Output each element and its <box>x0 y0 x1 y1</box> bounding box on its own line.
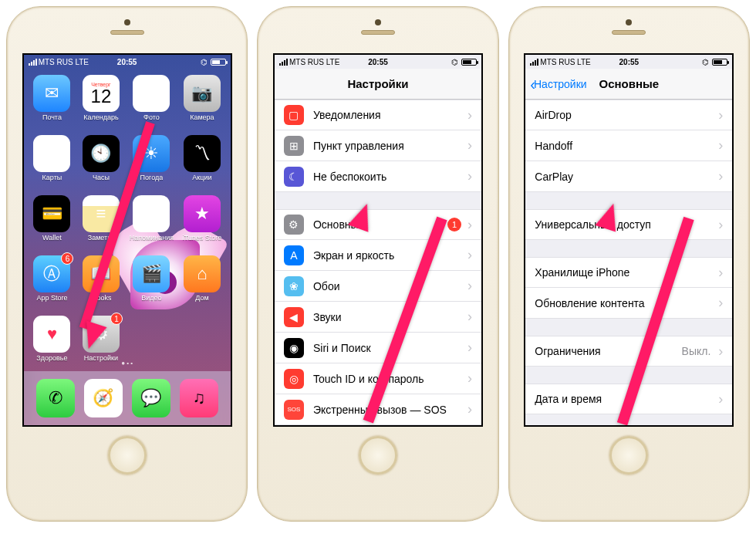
clock-icon: 🕙 <box>83 135 120 172</box>
appstore-icon: Ⓐ6 <box>33 255 70 292</box>
app-погода[interactable]: ☀Погода <box>130 135 174 192</box>
row-label: Не беспокоить <box>313 171 464 183</box>
wallet-icon: 💳 <box>33 195 70 232</box>
sos-icon: SOS <box>284 400 304 420</box>
chevron-right-icon: › <box>467 168 472 184</box>
row-label: Siri и Поиск <box>313 342 464 354</box>
row-label: Экран и яркость <box>313 249 464 262</box>
row-label: Хранилище iPhone <box>535 266 715 279</box>
app-label: Почта <box>42 113 62 121</box>
row-экстренный-вызов-sos[interactable]: SOSЭкстренный вызов — SOS› <box>275 394 481 425</box>
app-label: iBooks <box>90 294 111 302</box>
safari-icon[interactable]: 🧭 <box>84 379 123 417</box>
app-карты[interactable]: ⌖Карты <box>32 135 73 192</box>
row-airdrop[interactable]: AirDrop› <box>525 100 732 130</box>
weather-icon: ☀ <box>133 135 170 172</box>
battery-icon <box>211 59 226 66</box>
chevron-right-icon: › <box>467 247 472 263</box>
front-camera <box>375 19 381 25</box>
home-button[interactable] <box>108 436 147 475</box>
app-акции[interactable]: 〽Акции <box>181 135 223 192</box>
app-ibooks[interactable]: 📖iBooks <box>80 255 122 313</box>
chevron-right-icon: › <box>718 168 723 184</box>
stocks-icon: 〽 <box>184 135 221 172</box>
clock: 20:55 <box>275 58 481 66</box>
row-хранилище-iphone[interactable]: Хранилище iPhone› <box>525 257 732 288</box>
row-уведомления[interactable]: ▢Уведомления› <box>275 100 481 130</box>
row-основные[interactable]: ⚙Основные1› <box>275 209 481 240</box>
app-календарь[interactable]: Четверг12Календарь <box>80 75 122 132</box>
itunes-icon: ★ <box>184 195 221 232</box>
row-carplay[interactable]: CarPlay› <box>525 161 732 192</box>
row-обновление-контента[interactable]: Обновление контента› <box>525 288 732 319</box>
app-заметки[interactable]: ≡Заметки <box>80 195 122 252</box>
row-touch-id-и-код-пароль[interactable]: ◎Touch ID и код-пароль› <box>275 363 481 394</box>
notif-icon: ▢ <box>284 105 304 125</box>
phone-icon[interactable]: ✆ <box>36 379 75 417</box>
general-icon: ⚙ <box>284 215 304 235</box>
app-напоминания[interactable]: ☑Напоминания <box>130 195 174 252</box>
settings-list[interactable]: ▢Уведомления›⊞Пункт управления›☾Не беспо… <box>275 100 481 425</box>
messages-icon[interactable]: 💬 <box>132 379 170 417</box>
row-обои[interactable]: ❀Обои› <box>275 271 481 302</box>
app-itunes-store[interactable]: ★iTunes Store <box>181 195 223 252</box>
app-label: Акции <box>192 174 211 181</box>
row-handoff[interactable]: Handoff› <box>525 130 732 161</box>
reminders-icon: ☑ <box>133 195 170 232</box>
back-button[interactable]: ‹ Настройки <box>530 76 586 92</box>
cal-icon: Четверг12 <box>83 75 120 112</box>
home-icon-grid: ✉︎ПочтаЧетверг12Календарь❁Фото📷Камера⌖Ка… <box>24 72 231 370</box>
row-универсальный-доступ[interactable]: Универсальный доступ› <box>525 209 732 240</box>
status-bar: MTS RUS LTE 20:55 ⌬ <box>24 55 231 69</box>
nav-bar: Настройки <box>275 69 481 100</box>
app-часы[interactable]: 🕙Часы <box>80 135 122 192</box>
app-label: Видео <box>141 294 161 302</box>
app-почта[interactable]: ✉︎Почта <box>32 75 73 132</box>
status-bar: MTS RUS LTE 20:55 ⌬ <box>275 55 481 69</box>
home-icon: ⌂ <box>184 255 221 292</box>
battery-icon <box>461 59 477 66</box>
control-icon: ⊞ <box>284 136 304 156</box>
chevron-right-icon: › <box>467 340 472 356</box>
status-bar: MTS RUS LTE 20:55 ⌬ <box>525 55 732 69</box>
row-пункт-управления[interactable]: ⊞Пункт управления› <box>275 130 481 161</box>
display-icon: A <box>284 245 304 265</box>
row-siri-и-поиск[interactable]: ◉Siri и Поиск› <box>275 333 481 363</box>
dock: ✆🧭💬♫ <box>24 371 231 425</box>
home-button[interactable] <box>609 436 648 475</box>
back-label: Настройки <box>534 78 587 90</box>
row-badge: 1 <box>447 218 461 232</box>
music-icon[interactable]: ♫ <box>180 379 218 417</box>
chevron-right-icon: › <box>718 107 723 123</box>
row-label: AirDrop <box>535 109 715 121</box>
screen-general: MTS RUS LTE 20:55 ⌬ ‹ Настройки Основные… <box>524 53 734 427</box>
phone-3: MTS RUS LTE 20:55 ⌬ ‹ Настройки Основные… <box>508 6 750 522</box>
app-дом[interactable]: ⌂Дом <box>181 255 223 313</box>
camera-icon: 📷 <box>184 75 221 112</box>
front-camera <box>124 19 130 25</box>
app-wallet[interactable]: 💳Wallet <box>32 195 73 252</box>
phone-1: MTS RUS LTE 20:55 ⌬ ✉︎ПочтаЧетверг12Кале… <box>6 6 248 522</box>
app-камера[interactable]: 📷Камера <box>181 75 223 132</box>
app-app-store[interactable]: Ⓐ6App Store <box>32 255 73 313</box>
general-list[interactable]: AirDrop›Handoff›CarPlay›Универсальный до… <box>525 100 732 425</box>
app-label: Wallet <box>42 234 62 242</box>
row-экран-и-яркость[interactable]: AЭкран и яркость› <box>275 240 481 271</box>
mail-icon: ✉︎ <box>33 75 70 112</box>
home-button[interactable] <box>359 436 397 475</box>
ibooks-icon: 📖 <box>83 255 120 292</box>
app-label: Камера <box>190 113 214 121</box>
row-дата-и-время[interactable]: Дата и время› <box>525 384 732 414</box>
app-label: Карты <box>42 174 62 181</box>
calendar-day: 12 <box>91 87 112 106</box>
speaker <box>361 30 395 35</box>
speaker <box>110 30 144 35</box>
row-не-беспокоить[interactable]: ☾Не беспокоить› <box>275 161 481 192</box>
row-звуки[interactable]: ◀Звуки› <box>275 302 481 333</box>
page-indicator[interactable]: ● • • <box>24 360 231 367</box>
row-ограничения[interactable]: ОграниченияВыкл.› <box>525 336 732 367</box>
app-фото[interactable]: ❁Фото <box>130 75 174 132</box>
chevron-right-icon: › <box>718 265 723 281</box>
app-label: Напоминания <box>130 234 174 242</box>
app-видео[interactable]: 🎬Видео <box>130 255 174 313</box>
